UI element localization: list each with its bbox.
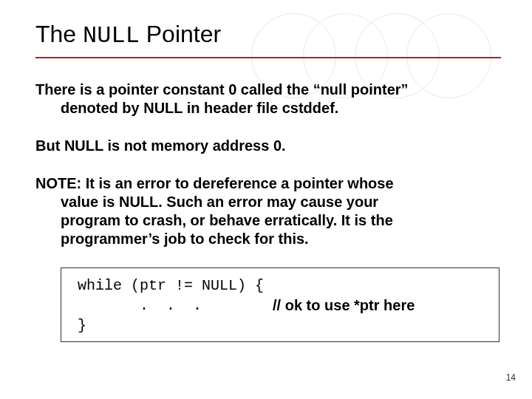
para2-text: But NULL is not memory address 0. [35, 137, 286, 154]
title-word: The [35, 21, 76, 47]
title-code: NULL [83, 22, 140, 50]
page-number: 14 [506, 372, 516, 383]
paragraph-1: There is a pointer constant 0 called the… [35, 81, 497, 117]
code-ellipsis: . . . [78, 296, 273, 316]
code-block: while (ptr != NULL) { . . . // ok to use… [61, 267, 499, 342]
title-word: Pointer [146, 21, 221, 47]
title-underline [35, 57, 501, 58]
para3-line1: NOTE: It is an error to dereference a po… [35, 175, 394, 191]
para3-line4: programmer’s job to check for this. [35, 231, 309, 247]
para3-line3: program to crash, or behave erratically.… [35, 212, 393, 228]
code-comment: // ok to use *ptr here [273, 296, 415, 316]
code-line-3: } [78, 316, 490, 335]
slide-content: The NULL Pointer There is a pointer cons… [0, 0, 532, 342]
code-line-2: . . . // ok to use *ptr here [78, 296, 490, 316]
para1-line2: denoted by NULL in header file cstddef. [35, 100, 338, 116]
code-line-1: while (ptr != NULL) { [78, 276, 490, 296]
para3-line2: value is NULL. Such an error may cause y… [35, 194, 378, 210]
slide-title: The NULL Pointer [35, 21, 497, 50]
paragraph-2: But NULL is not memory address 0. [35, 137, 497, 155]
para1-line1: There is a pointer constant 0 called the… [35, 81, 409, 98]
paragraph-3: NOTE: It is an error to dereference a po… [35, 174, 497, 248]
